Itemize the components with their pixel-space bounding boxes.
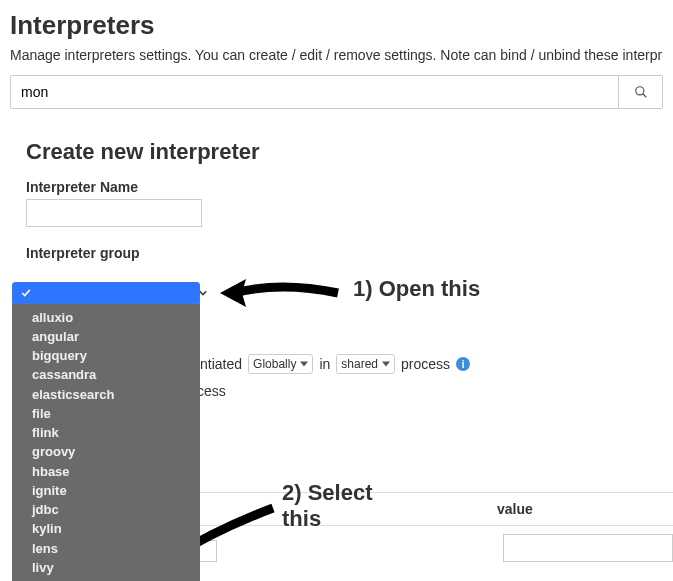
dropdown-item-lens[interactable]: lens bbox=[12, 539, 200, 558]
interpreter-group-dropdown[interactable]: alluxioangularbigquerycassandraelasticse… bbox=[12, 282, 200, 581]
caret-down-icon bbox=[382, 361, 390, 367]
value-input[interactable] bbox=[503, 534, 673, 562]
dropdown-item-angular[interactable]: angular bbox=[12, 327, 200, 346]
interpreter-group-label: Interpreter group bbox=[26, 245, 663, 261]
dropdown-item-bigquery[interactable]: bigquery bbox=[12, 347, 200, 366]
create-interpreter-panel: Create new interpreter Interpreter Name … bbox=[10, 139, 663, 261]
dropdown-list: alluxioangularbigquerycassandraelasticse… bbox=[12, 304, 200, 581]
table-value-row bbox=[503, 534, 673, 562]
dropdown-item-jdbc[interactable]: jdbc bbox=[12, 501, 200, 520]
svg-marker-3 bbox=[382, 362, 390, 367]
dropdown-item-cassandra[interactable]: cassandra bbox=[12, 366, 200, 385]
interpreter-name-input[interactable] bbox=[26, 199, 202, 227]
check-icon bbox=[21, 288, 31, 298]
page-title: Interpreters bbox=[10, 10, 663, 41]
properties-table-header: value bbox=[200, 492, 673, 526]
dropdown-item-md[interactable]: md bbox=[12, 578, 200, 582]
dropdown-selected-row[interactable] bbox=[12, 282, 200, 304]
search-icon bbox=[634, 85, 648, 99]
annotation-arrow-1 bbox=[220, 275, 340, 315]
dropdown-item-hbase[interactable]: hbase bbox=[12, 462, 200, 481]
interpreter-name-label: Interpreter Name bbox=[26, 179, 663, 195]
svg-point-0 bbox=[635, 87, 643, 95]
dropdown-item-alluxio[interactable]: alluxio bbox=[12, 308, 200, 327]
dropdown-item-flink[interactable]: flink bbox=[12, 424, 200, 443]
annotation-select-this: 2) Select this bbox=[282, 480, 373, 533]
scope-select[interactable]: Globally bbox=[248, 354, 313, 374]
dropdown-item-ignite[interactable]: ignite bbox=[12, 481, 200, 500]
instantiation-prefix: ntiated bbox=[200, 356, 242, 372]
table-fragment bbox=[197, 540, 217, 562]
instantiation-mid: in bbox=[319, 356, 330, 372]
dropdown-item-groovy[interactable]: groovy bbox=[12, 443, 200, 462]
caret-down-icon bbox=[300, 361, 308, 367]
instantiation-suffix: process bbox=[401, 356, 450, 372]
dropdown-item-elasticsearch[interactable]: elasticsearch bbox=[12, 385, 200, 404]
search-button[interactable] bbox=[619, 75, 663, 109]
value-column-header: value bbox=[493, 501, 673, 517]
search-bar bbox=[10, 75, 663, 109]
svg-line-1 bbox=[642, 94, 646, 98]
dropdown-item-kylin[interactable]: kylin bbox=[12, 520, 200, 539]
svg-marker-2 bbox=[300, 362, 308, 367]
dropdown-item-file[interactable]: file bbox=[12, 404, 200, 423]
info-icon[interactable]: i bbox=[456, 357, 470, 371]
page-description: Manage interpreters settings. You can cr… bbox=[10, 47, 663, 63]
mode-select[interactable]: shared bbox=[336, 354, 395, 374]
create-heading: Create new interpreter bbox=[26, 139, 663, 165]
dropdown-item-livy[interactable]: livy bbox=[12, 558, 200, 577]
svg-marker-4 bbox=[220, 279, 246, 307]
annotation-open-this: 1) Open this bbox=[353, 276, 480, 302]
search-input[interactable] bbox=[10, 75, 619, 109]
instantiation-fragment: cess bbox=[197, 383, 226, 399]
instantiation-row: ntiated Globally in shared process i bbox=[200, 354, 470, 374]
